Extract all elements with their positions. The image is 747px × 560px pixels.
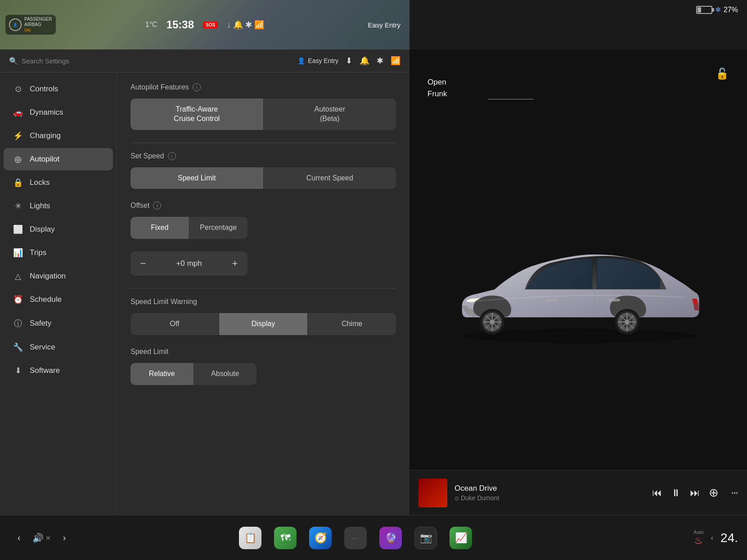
speed-value: +0 mph (156, 259, 222, 268)
speed-offset-section: − +0 mph + (130, 251, 396, 276)
frunk-pointer-line (488, 99, 533, 99)
taskbar-files-app[interactable]: 📋 (239, 527, 261, 549)
taskbar-back-button[interactable]: ‹ (9, 528, 29, 548)
safety-label: Safety (30, 319, 51, 328)
taskbar-green-app[interactable]: 📈 (450, 527, 472, 549)
more-options-button[interactable]: ••• (731, 489, 738, 497)
signal-icon: ↓ 🔔 ✱ 📶 (227, 20, 264, 30)
service-label: Service (30, 343, 55, 352)
prev-track-button[interactable]: ⏮ (652, 487, 662, 499)
map-time: 15:38 (166, 18, 194, 31)
taskbar-purple-app[interactable]: 🔮 (379, 527, 402, 549)
speed-info-icon[interactable]: i (168, 152, 176, 160)
sidebar-item-autopilot[interactable]: ◎ Autopilot (4, 148, 113, 170)
map-overlay: 👤 PASSENGER AIRBAG ON 1°C 15:38 SOS ↓ 🔔 … (0, 0, 410, 49)
track-info: Ocean Drive ⊙ Duke Dumont (454, 484, 645, 502)
sidebar: ⊙ Controls 🚗 Dynamics ⚡ Charging ◎ Autop… (0, 72, 117, 515)
taskbar-nav-app[interactable]: 🧭 (309, 527, 332, 549)
speed-plus-button[interactable]: + (222, 251, 248, 276)
features-info-icon[interactable]: i (193, 83, 201, 91)
set-speed-title: Set Speed i (130, 152, 396, 160)
taskbar-forward-button[interactable]: › (54, 528, 74, 548)
schedule-icon: ⏰ (13, 295, 23, 305)
speed-control: − +0 mph + (130, 251, 248, 276)
speed-limit-group: Relative Absolute (130, 363, 256, 385)
fixed-button[interactable]: Fixed (130, 217, 189, 239)
unlock-icon[interactable]: 🔓 (716, 67, 729, 80)
sidebar-item-trips[interactable]: 📊 Trips (4, 242, 113, 264)
trips-label: Trips (30, 248, 46, 257)
autopilot-features-title: Autopilot Features i (130, 83, 396, 91)
pause-button[interactable]: ⏸ (671, 487, 681, 499)
sidebar-item-navigation[interactable]: △ Navigation (4, 265, 113, 287)
taskbar-left: ‹ 🔊 ✕ › (9, 528, 99, 548)
service-icon: 🔧 (13, 342, 23, 352)
warning-off-button[interactable]: Off (130, 313, 219, 335)
offset-section: Offset i Fixed Percentage (130, 202, 396, 239)
download-icon[interactable]: ⬇ (346, 56, 352, 66)
sidebar-item-safety[interactable]: ⓘ Safety (4, 312, 113, 335)
airbag-status: 👤 PASSENGER AIRBAG ON (5, 15, 56, 35)
status-bar: ❄ 27% (696, 5, 738, 14)
car-panel: Open Frunk 🔓 (410, 49, 747, 515)
taskbar-more-apps[interactable]: ··· (344, 527, 367, 549)
notification-icon[interactable]: 🔔 (360, 56, 369, 66)
controls-label: Controls (30, 85, 58, 94)
hvac-control: Auto ♨ (693, 529, 704, 547)
sidebar-item-dynamics[interactable]: 🚗 Dynamics (4, 101, 113, 124)
warning-display-button[interactable]: Display (219, 313, 308, 335)
schedule-label: Schedule (30, 295, 62, 304)
software-icon: ⬇ (13, 366, 23, 376)
sidebar-item-service[interactable]: 🔧 Service (4, 336, 113, 358)
album-art-image (418, 479, 447, 507)
easy-entry-header[interactable]: Easy Entry (368, 21, 400, 29)
music-controls: ⏮ ⏸ ⏭ ⊕ ••• (652, 486, 738, 500)
next-track-button[interactable]: ⏭ (690, 487, 700, 499)
relative-button[interactable]: Relative (130, 363, 194, 385)
volume-icon[interactable]: 🔊 (32, 533, 44, 543)
bluetooth-icon[interactable]: ✱ (377, 56, 383, 66)
sidebar-item-software[interactable]: ⬇ Software (4, 359, 113, 382)
lights-icon: ✳ (13, 201, 23, 211)
safety-icon: ⓘ (13, 318, 23, 329)
search-icon: 🔍 (9, 57, 18, 65)
autopilot-features-group: Traffic-AwareCruise Control Autosteer(Be… (130, 99, 396, 130)
taskbar: ‹ 🔊 ✕ › 📋 🗺 🧭 ··· 🔮 📷 📈 Auto ♨ ‹ 24. (0, 515, 747, 560)
offset-info-icon[interactable]: i (153, 202, 161, 210)
sidebar-item-lights[interactable]: ✳ Lights (4, 195, 113, 217)
speed-minus-button[interactable]: − (130, 251, 156, 276)
search-bar[interactable]: 🔍 Search Settings (9, 57, 288, 65)
current-speed-button[interactable]: Current Speed (264, 167, 396, 189)
software-label: Software (30, 366, 60, 375)
sidebar-item-charging[interactable]: ⚡ Charging (4, 125, 113, 147)
freeze-icon: ❄ (715, 5, 721, 14)
speed-limit-warning-title: Speed Limit Warning (130, 298, 396, 306)
airbag-text: PASSENGER AIRBAG ON (24, 17, 52, 33)
locks-icon: 🔒 (13, 178, 23, 188)
speed-limit-title: Speed Limit (130, 348, 396, 356)
svg-rect-19 (608, 299, 620, 301)
warning-chime-button[interactable]: Chime (308, 313, 396, 335)
navigation-label: Navigation (30, 272, 66, 281)
absolute-button[interactable]: Absolute (194, 363, 257, 385)
autosteer-button[interactable]: Autosteer(Beta) (264, 99, 396, 130)
add-to-queue-button[interactable]: ⊕ (709, 486, 719, 500)
percentage-button[interactable]: Percentage (189, 217, 248, 239)
sos-button[interactable]: SOS (203, 22, 218, 28)
airbag-icon: 👤 (9, 18, 22, 31)
speed-limit-button[interactable]: Speed Limit (130, 167, 264, 189)
easy-entry-button[interactable]: 👤 Easy Entry (297, 57, 338, 64)
sidebar-item-controls[interactable]: ⊙ Controls (4, 78, 113, 100)
taskbar-camera-app[interactable]: 📷 (414, 527, 437, 549)
locks-label: Locks (30, 178, 50, 187)
open-frunk-label[interactable]: Open Frunk (428, 76, 447, 99)
temp-chevron-left[interactable]: ‹ (711, 534, 713, 542)
traffic-aware-cruise-button[interactable]: Traffic-AwareCruise Control (130, 99, 264, 130)
mute-icon[interactable]: ✕ (45, 534, 51, 542)
sidebar-item-display[interactable]: ⬜ Display (4, 218, 113, 241)
sidebar-item-locks[interactable]: 🔒 Locks (4, 171, 113, 194)
display-label: Display (30, 225, 55, 234)
sidebar-item-schedule[interactable]: ⏰ Schedule (4, 288, 113, 311)
taskbar-maps-app[interactable]: 🗺 (274, 527, 297, 549)
divider-1 (130, 143, 396, 143)
